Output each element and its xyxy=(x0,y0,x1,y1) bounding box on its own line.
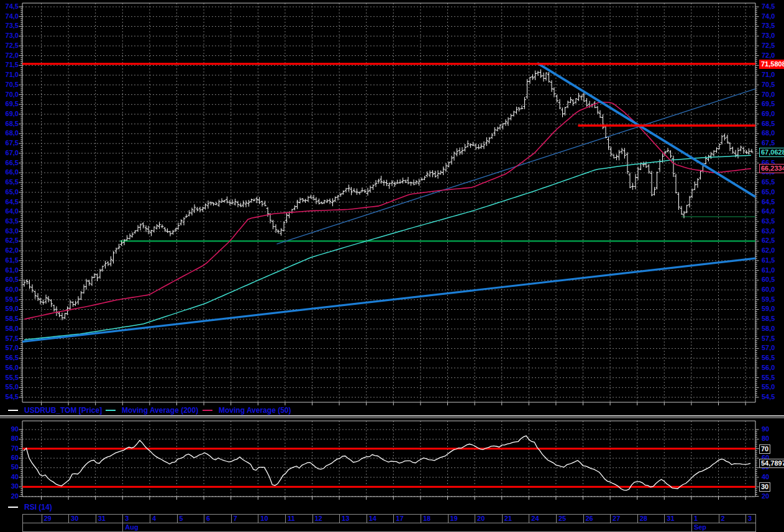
y-axis-label-left: 73,0 xyxy=(0,32,19,40)
y-axis-label-left: 70,5 xyxy=(0,81,19,89)
y-axis-label-left: 74,5 xyxy=(0,2,19,11)
rsi-tag-value: 54,7897 xyxy=(759,459,784,468)
month-cell-lead xyxy=(22,523,122,531)
y-axis-label-left: 57,0 xyxy=(0,344,19,352)
rsi-tag-oversold: 30 xyxy=(759,482,770,492)
y-axis-label-left: 63,0 xyxy=(0,227,19,235)
date-cell-day: 17 xyxy=(393,515,421,523)
y-axis-label-left: 68,0 xyxy=(0,129,19,137)
y-axis-label-left: 61,0 xyxy=(0,266,19,274)
price-tag-resistance: 71,5808 xyxy=(759,60,784,69)
month-cell-sep: Sep xyxy=(691,523,755,531)
y-axis-label-right: 72,5 xyxy=(762,42,775,50)
y-axis-label-right: 56,0 xyxy=(762,364,775,372)
date-cell-day: 31 xyxy=(664,515,691,523)
date-cell-day: 4 xyxy=(150,515,177,523)
date-cell-day: 11 xyxy=(285,515,312,523)
y-axis-label-left: 59,0 xyxy=(0,305,19,313)
date-cell-day: 28 xyxy=(637,515,665,523)
date-cell-day: 26 xyxy=(583,515,611,523)
date-cell-day: 18 xyxy=(421,515,448,523)
y-axis-label-left: 72,0 xyxy=(0,52,19,60)
date-cell-day: 10 xyxy=(258,515,285,523)
y-axis-label-right: 70,5 xyxy=(762,81,775,89)
y-axis-label-right: 60,0 xyxy=(762,286,775,294)
rsi-axis-label-left: 40 xyxy=(0,473,19,481)
y-axis-label-left: 63,5 xyxy=(0,217,19,225)
y-axis-label-left: 65,5 xyxy=(0,178,19,186)
price-chart-canvas[interactable] xyxy=(0,0,784,532)
price-series-swatch-icon xyxy=(8,410,18,411)
y-axis-label-right: 55,0 xyxy=(762,383,775,391)
y-axis-label-right: 59,0 xyxy=(762,305,775,313)
y-axis-label-right: 57,5 xyxy=(762,335,775,343)
y-axis-label-left: 66,5 xyxy=(0,159,19,167)
month-cell-aug: Aug xyxy=(122,523,691,531)
y-axis-label-left: 56,5 xyxy=(0,354,19,362)
y-axis-label-left: 67,0 xyxy=(0,149,19,157)
chart-window: 74,574,574,074,073,573,573,073,072,572,5… xyxy=(0,0,784,532)
y-axis-label-left: 68,5 xyxy=(0,120,19,128)
rsi-legend: RSI (14) xyxy=(0,502,784,512)
panel-splitter[interactable] xyxy=(0,415,784,418)
date-cell-lead xyxy=(22,515,42,523)
rsi-line xyxy=(24,436,750,490)
y-axis-label-right: 58,0 xyxy=(762,325,775,333)
y-axis-label-right: 63,5 xyxy=(762,217,775,225)
date-cell-day: 13 xyxy=(339,515,367,523)
date-cell-day: 30 xyxy=(68,515,96,523)
y-axis-label-right: 56,5 xyxy=(762,354,775,362)
legend-label-ma200: Moving Average (200) xyxy=(122,406,198,415)
y-axis-label-right: 74,0 xyxy=(762,12,775,20)
y-axis-label-right: 63,0 xyxy=(762,227,775,235)
date-cell-day: 20 xyxy=(475,515,502,523)
ma50-swatch-icon xyxy=(203,410,212,411)
y-axis-label-left: 54,5 xyxy=(0,393,19,401)
y-axis-label-left: 60,5 xyxy=(0,276,19,284)
y-axis-label-right: 62,0 xyxy=(762,246,775,255)
y-axis-label-left: 57,5 xyxy=(0,335,19,343)
y-axis-label-left: 70,0 xyxy=(0,91,19,99)
y-axis-label-right: 74,5 xyxy=(762,2,775,11)
y-axis-label-left: 59,5 xyxy=(0,295,19,304)
rsi-axis-label-left: 20 xyxy=(0,492,19,500)
y-axis-label-left: 58,5 xyxy=(0,315,19,323)
y-axis-label-right: 72,0 xyxy=(762,52,775,60)
date-cell-day: 3 xyxy=(122,515,150,523)
rsi-axis-label-left: 90 xyxy=(0,425,19,433)
rsi-axis-label-right: 90 xyxy=(762,425,769,433)
y-axis-label-left: 62,5 xyxy=(0,237,19,245)
rsi-swatch-icon xyxy=(8,507,18,508)
y-axis-label-right: 68,5 xyxy=(762,120,775,128)
y-axis-label-left: 55,0 xyxy=(0,383,19,391)
legend-label-price: USDRUB_TOM [Price] xyxy=(24,406,102,415)
y-axis-label-left: 64,0 xyxy=(0,207,19,215)
y-axis-label-right: 61,0 xyxy=(762,266,775,274)
price-tag-ma50: 66,2334 xyxy=(759,164,784,173)
rsi-axis-label-left: 30 xyxy=(0,482,19,490)
y-axis-label-right: 64,5 xyxy=(762,198,775,206)
date-cell-day: 14 xyxy=(367,515,394,523)
date-cell-day: 29 xyxy=(42,515,69,523)
y-axis-label-left: 67,5 xyxy=(0,139,19,147)
y-axis-label-left: 56,0 xyxy=(0,364,19,372)
y-axis-label-left: 74,0 xyxy=(0,12,19,20)
date-cell-day: 5 xyxy=(177,515,204,523)
y-axis-label-left: 69,0 xyxy=(0,110,19,118)
rsi-tag-overbought: 70 xyxy=(759,444,770,454)
y-axis-label-right: 54,5 xyxy=(762,393,775,401)
y-axis-label-left: 69,5 xyxy=(0,100,19,108)
rsi-axis-label-left: 70 xyxy=(0,444,19,453)
y-axis-label-right: 67,5 xyxy=(762,139,775,147)
ohlc-bars xyxy=(23,70,754,320)
rsi-axis-label-left: 80 xyxy=(0,435,19,443)
y-axis-label-left: 61,5 xyxy=(0,256,19,264)
y-axis-label-right: 64,0 xyxy=(762,207,775,215)
rsi-axis-label-left: 50 xyxy=(0,463,19,471)
rsi-axis-label-left: 60 xyxy=(0,454,19,462)
y-axis-label-left: 55,5 xyxy=(0,374,19,382)
date-cell-day: 6 xyxy=(204,515,231,523)
y-axis-label-right: 62,5 xyxy=(762,237,775,245)
date-cell-day: 2 xyxy=(719,515,746,523)
y-axis-label-right: 68,0 xyxy=(762,129,775,137)
